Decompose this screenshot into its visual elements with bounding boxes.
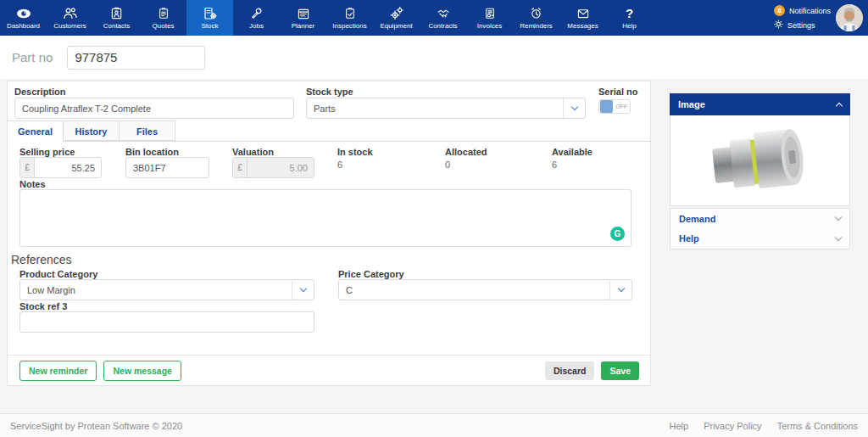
messages-icon (576, 7, 590, 20)
stock-type-value: Parts (307, 104, 563, 114)
nav-item-messages[interactable]: Messages (559, 0, 606, 36)
available-value: 6 (552, 160, 557, 170)
part-no-label: Part no (12, 50, 53, 64)
help-panel-title: Help (679, 233, 699, 244)
price-category-value: C (339, 285, 609, 295)
part-no-input[interactable] (67, 46, 205, 70)
top-navbar: DashboardCustomersContactsQuotesStockJob… (0, 0, 868, 36)
chevron-up-icon (836, 102, 843, 109)
stock-icon (203, 7, 217, 20)
nav-item-label: Messages (567, 22, 598, 30)
nav-item-quotes[interactable]: Quotes (140, 0, 186, 36)
avatar-photo-placeholder (836, 4, 863, 31)
currency-prefix: £ (233, 158, 248, 177)
stock-type-select[interactable]: Parts (306, 98, 586, 119)
footer-link-help[interactable]: Help (670, 421, 689, 431)
chevron-down-icon (835, 214, 842, 221)
references-heading: References (11, 253, 72, 266)
help-icon: ? (626, 7, 633, 20)
contacts-icon (110, 7, 123, 20)
product-image (670, 115, 850, 206)
nav-item-label: Customers (53, 22, 86, 30)
image-panel-title: Image (678, 99, 705, 109)
inspections-icon (344, 7, 356, 20)
notifications-button[interactable]: 8 Notifications (774, 5, 831, 16)
selling-price-value: 55.25 (35, 158, 101, 177)
footer-links: HelpPrivacy PolicyTerms & Conditions (670, 421, 858, 431)
valuation-value: 5.00 (248, 158, 314, 177)
save-button[interactable]: Save (601, 361, 639, 380)
stock-detail-card: Description Stock type Parts Serial no O… (7, 81, 651, 386)
contracts-icon (437, 7, 450, 20)
selling-price-label: Selling price (19, 147, 75, 157)
user-avatar[interactable] (836, 4, 863, 31)
bin-location-label: Bin location (125, 147, 179, 157)
nav-item-invoices[interactable]: Invoices (466, 0, 513, 36)
stock-type-label: Stock type (306, 87, 353, 97)
nav-item-label: Jobs (249, 22, 264, 30)
part-number-row: Part no (0, 36, 868, 79)
price-category-label: Price Category (338, 269, 404, 279)
nav-item-stock[interactable]: Stock (186, 0, 233, 36)
price-category-select[interactable]: C (338, 279, 632, 300)
settings-button[interactable]: Settings (774, 20, 831, 31)
copyright-text: ServiceSight by Protean Software © 2020 (10, 421, 182, 431)
tab-history[interactable]: History (64, 120, 120, 141)
nav-items: DashboardCustomersContactsQuotesStockJob… (0, 0, 653, 36)
serial-no-label: Serial no (598, 87, 637, 97)
nav-item-help[interactable]: ?Help (606, 0, 653, 36)
help-panel-header[interactable]: Help (670, 228, 850, 249)
bin-location-input[interactable] (125, 157, 209, 178)
image-panel: Image (670, 93, 850, 206)
chevron-down-icon (292, 280, 314, 300)
nav-item-label: Inspections (332, 22, 366, 30)
nav-item-label: Contacts (103, 22, 131, 30)
demand-panel-title: Demand (679, 214, 715, 224)
planner-icon (297, 7, 310, 20)
notifications-badge: 8 (774, 5, 785, 16)
page-footer: ServiceSight by Protean Software © 2020 … (0, 413, 868, 437)
nav-item-equipment[interactable]: Equipment (373, 0, 420, 36)
notes-textarea[interactable]: G (19, 189, 632, 247)
serial-no-toggle[interactable]: OFF (598, 99, 631, 114)
tab-general[interactable]: General (8, 120, 64, 143)
nav-item-dashboard[interactable]: Dashboard (0, 0, 47, 36)
reminders-icon (530, 7, 542, 20)
product-category-select[interactable]: Low Margin (19, 279, 314, 300)
nav-item-jobs[interactable]: Jobs (233, 0, 280, 36)
toggle-knob (600, 100, 613, 113)
currency-prefix: £ (20, 158, 35, 177)
tab-files[interactable]: Files (120, 120, 175, 141)
stock-ref3-input[interactable] (19, 311, 314, 333)
nav-item-label: Help (622, 22, 636, 30)
detail-tabs: General History Files (8, 120, 651, 142)
settings-label: Settings (787, 21, 815, 30)
nav-right-zone: 8 Notifications Settings (774, 0, 831, 36)
discard-button[interactable]: Discard (545, 361, 595, 380)
nav-item-reminders[interactable]: Reminders (513, 0, 559, 36)
nav-item-customers[interactable]: Customers (47, 0, 93, 36)
selling-price-input[interactable]: £ 55.25 (19, 157, 102, 178)
nav-item-label: Equipment (380, 22, 412, 30)
nav-item-inspections[interactable]: Inspections (326, 0, 373, 36)
nav-item-label: Reminders (520, 22, 553, 30)
footer-link-terms-conditions[interactable]: Terms & Conditions (777, 421, 858, 431)
description-input[interactable] (14, 98, 294, 119)
available-label: Available (552, 147, 593, 157)
new-message-button[interactable]: New message (103, 361, 181, 381)
demand-panel-header[interactable]: Demand (670, 208, 850, 229)
notes-label: Notes (19, 179, 46, 189)
chevron-down-icon (835, 233, 842, 240)
grammarly-icon[interactable]: G (610, 227, 625, 241)
nav-item-contracts[interactable]: Contracts (420, 0, 466, 36)
footer-link-privacy-policy[interactable]: Privacy Policy (704, 421, 761, 431)
quotes-icon (158, 7, 170, 20)
nav-item-label: Stock (201, 22, 218, 30)
image-panel-header[interactable]: Image (670, 93, 850, 115)
coupling-photo-placeholder (707, 119, 814, 202)
new-reminder-button[interactable]: New reminder (19, 361, 97, 381)
nav-item-contacts[interactable]: Contacts (93, 0, 140, 36)
dashboard-icon (16, 7, 31, 20)
in-stock-value: 6 (337, 160, 342, 170)
nav-item-planner[interactable]: Planner (280, 0, 326, 36)
